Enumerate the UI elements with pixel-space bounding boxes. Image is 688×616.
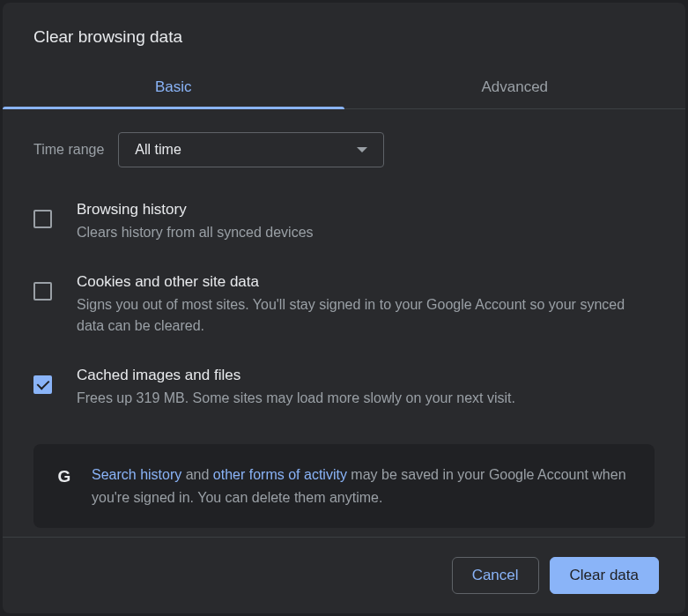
clear-data-button[interactable]: Clear data bbox=[550, 557, 659, 594]
checkbox-browsing-history[interactable] bbox=[33, 210, 52, 228]
content-area: Time range All time Browsing history Cle… bbox=[3, 109, 685, 537]
option-text: Cookies and other site data Signs you ou… bbox=[77, 273, 655, 337]
dialog-footer: Cancel Clear data bbox=[3, 537, 685, 613]
tab-basic[interactable]: Basic bbox=[3, 68, 344, 108]
option-desc: Frees up 319 MB. Some sites may load mor… bbox=[77, 388, 655, 409]
time-range-value: All time bbox=[135, 142, 181, 158]
tab-advanced[interactable]: Advanced bbox=[344, 68, 686, 108]
option-title: Browsing history bbox=[77, 201, 655, 219]
option-desc: Signs you out of most sites. You'll stay… bbox=[77, 294, 655, 337]
clear-browsing-data-dialog: Clear browsing data Basic Advanced Time … bbox=[3, 3, 685, 613]
link-other-activity[interactable]: other forms of activity bbox=[213, 467, 347, 482]
option-browsing-history: Browsing history Clears history from all… bbox=[33, 183, 655, 256]
tabs: Basic Advanced bbox=[3, 68, 685, 109]
cancel-button[interactable]: Cancel bbox=[452, 557, 539, 594]
info-text: Search history and other forms of activi… bbox=[92, 464, 633, 508]
google-icon: G bbox=[55, 467, 74, 486]
option-text: Browsing history Clears history from all… bbox=[77, 201, 655, 243]
info-text-part: and bbox=[181, 467, 213, 482]
option-text: Cached images and files Frees up 319 MB.… bbox=[77, 367, 655, 409]
option-title: Cookies and other site data bbox=[77, 273, 655, 291]
info-box: G Search history and other forms of acti… bbox=[33, 444, 655, 528]
chevron-down-icon bbox=[357, 147, 367, 152]
checkbox-cookies[interactable] bbox=[33, 282, 52, 301]
time-range-row: Time range All time bbox=[33, 109, 655, 183]
dialog-title: Clear browsing data bbox=[3, 3, 685, 47]
time-range-label: Time range bbox=[33, 142, 104, 158]
link-search-history[interactable]: Search history bbox=[92, 467, 181, 482]
option-title: Cached images and files bbox=[77, 367, 655, 384]
time-range-dropdown[interactable]: All time bbox=[118, 132, 384, 167]
option-cached: Cached images and files Frees up 319 MB.… bbox=[33, 349, 655, 421]
option-cookies: Cookies and other site data Signs you ou… bbox=[33, 256, 655, 349]
option-desc: Clears history from all synced devices bbox=[77, 222, 655, 243]
checkbox-cached[interactable] bbox=[33, 375, 52, 394]
